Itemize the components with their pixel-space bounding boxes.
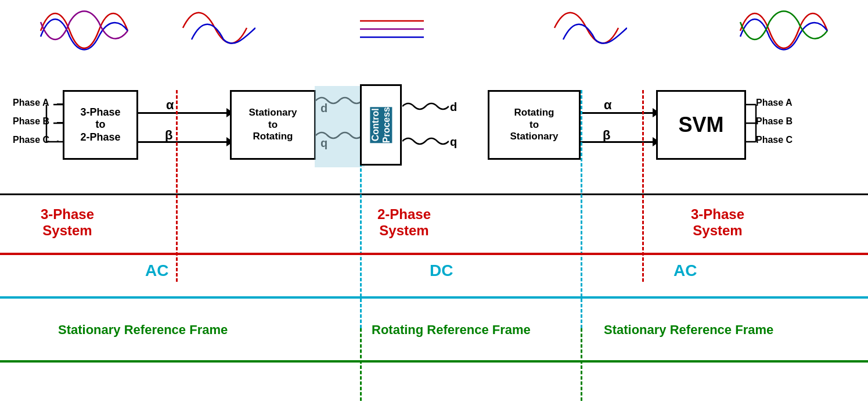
label-ac-left: AC (145, 261, 168, 280)
waveform-3phase-output (737, 5, 833, 57)
separator-line-red (0, 253, 868, 255)
dq-shaded-area (315, 86, 365, 167)
input-lines-svg (0, 81, 67, 151)
label-beta2: β (603, 128, 610, 143)
arrow-beta1 (138, 141, 230, 143)
wavy-q-out (402, 132, 449, 162)
arrow-beta2 (581, 141, 656, 143)
label-3phase-system-right: 3-PhaseSystem (691, 206, 744, 239)
block-rotating-to-stationary: Rotating to Stationary (488, 90, 581, 160)
label-q-out: q (450, 135, 457, 149)
wavy-d-out (402, 98, 449, 127)
label-stationary-right: Stationary Reference Frame (604, 322, 773, 338)
arrow-alpha1 (138, 112, 230, 114)
vdash-blue-2 (581, 90, 582, 328)
diagram-container: Phase A Phase B Phase C 3-Phase to 2-Pha… (0, 0, 868, 409)
vdash-green-1 (360, 328, 362, 401)
waveform-2phase (180, 5, 255, 51)
label-alpha2: α (604, 98, 612, 113)
waveform-dc (357, 5, 427, 51)
waveform-3phase-input (38, 5, 134, 57)
label-2phase-system: 2-PhaseSystem (377, 206, 431, 239)
label-d-out: d (450, 101, 457, 114)
arrow-alpha2 (581, 112, 656, 114)
separator-line-black (0, 193, 868, 195)
block-3phase-to-2phase: 3-Phase to 2-Phase (63, 90, 138, 160)
label-stationary-left: Stationary Reference Frame (58, 322, 228, 338)
label-alpha1: α (166, 98, 174, 113)
separator-line-blue (0, 296, 868, 299)
vdash-green-2 (581, 328, 582, 401)
label-ac-right: AC (673, 261, 697, 280)
block-control-process: Control Process (360, 84, 402, 166)
block-stationary-to-rotating: Stationary to Rotating (230, 90, 316, 160)
label-dc-center: DC (430, 261, 453, 280)
label-3phase-system-left: 3-PhaseSystem (41, 206, 94, 239)
block-svm: SVM (656, 90, 746, 160)
label-rotating-center: Rotating Reference Frame (372, 322, 531, 338)
separator-line-green (0, 360, 868, 363)
label-beta1: β (165, 128, 172, 143)
waveform-2phase-output (552, 5, 627, 51)
output-lines-svg (743, 81, 813, 151)
